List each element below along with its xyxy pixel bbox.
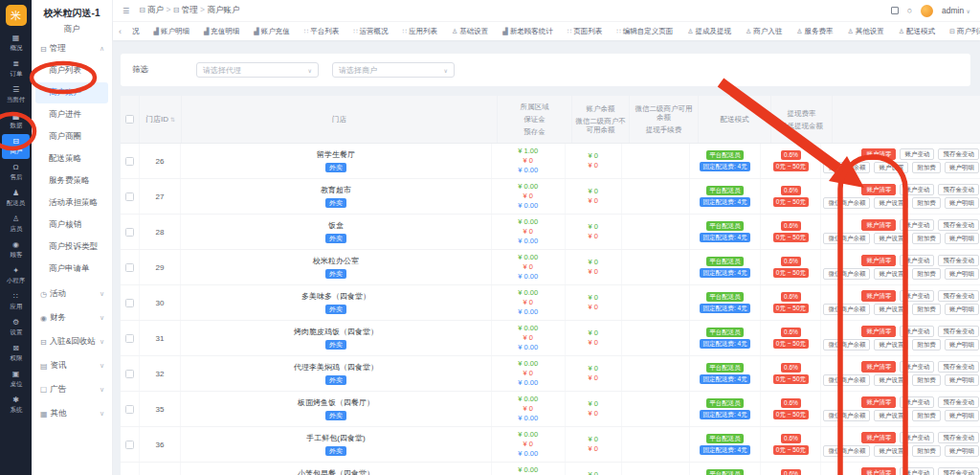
action-button-账户明细[interactable]: 账户明细: [945, 162, 979, 173]
tab-14[interactable]: ♙其他设置: [844, 25, 888, 38]
tab-10[interactable]: ∷编辑自定义页面: [612, 25, 677, 38]
row-checkbox[interactable]: [125, 405, 134, 414]
action-button-账户变动[interactable]: 账户变动: [900, 396, 934, 408]
rail-item-facepay[interactable]: ☰当面付: [2, 82, 30, 107]
row-checkbox[interactable]: [125, 192, 134, 201]
action-button-账户变动[interactable]: 账户变动: [900, 432, 934, 443]
sidebar-section-manage[interactable]: ⊟ 管理 ∧: [32, 35, 112, 59]
action-button-账户变动[interactable]: 账户变动: [900, 184, 934, 195]
row-checkbox[interactable]: [125, 370, 134, 378]
action-button-账户变动[interactable]: 账户变动: [900, 148, 934, 160]
action-button-账户清零[interactable]: 账户清零: [861, 255, 896, 266]
tab-scroll-left-icon[interactable]: ‹: [119, 27, 122, 36]
action-button-附加费[interactable]: 附加费: [912, 410, 941, 421]
action-button-账户设置[interactable]: 账户设置: [874, 268, 908, 280]
row-checkbox[interactable]: [125, 334, 134, 343]
rail-item-aftersale[interactable]: Ω售后: [2, 160, 30, 185]
action-button-账户清零[interactable]: 账户清零: [861, 184, 896, 195]
action-button-微信商户余额[interactable]: 微信商户余额: [823, 339, 870, 351]
sidebar-item-1[interactable]: 商户账户: [35, 82, 108, 103]
tab-7[interactable]: ♙基础设置: [448, 25, 492, 38]
sidebar-item-6[interactable]: 活动承担策略: [35, 192, 108, 214]
sidebar-section-other[interactable]: ▦其他∨: [32, 400, 112, 424]
tab-13[interactable]: ♙服务费率: [792, 25, 836, 38]
action-button-账户设置[interactable]: 账户设置: [874, 233, 908, 244]
sidebar-item-4[interactable]: 配送策略: [35, 148, 108, 170]
action-button-预存金变动[interactable]: 预存金变动: [938, 184, 979, 195]
sidebar-collapse-icon[interactable]: ☰: [122, 7, 129, 15]
rail-item-permission[interactable]: ⊠权限: [2, 341, 30, 366]
sidebar-item-5[interactable]: 服务费策略: [35, 170, 108, 192]
action-button-账户清零[interactable]: 账户清零: [861, 219, 896, 231]
rail-item-settings[interactable]: ⚙设置: [2, 315, 30, 340]
rail-item-customer[interactable]: ◉顾客: [2, 238, 30, 262]
app-logo[interactable]: 米: [6, 5, 27, 26]
row-checkbox[interactable]: [125, 441, 134, 449]
tab-8[interactable]: ▟新老顾客统计: [499, 25, 556, 38]
agent-select[interactable]: 请选择代理 ∨: [196, 62, 319, 78]
refresh-icon[interactable]: ○: [907, 7, 912, 14]
action-button-微信商户余额[interactable]: 微信商户余额: [823, 374, 870, 386]
action-button-预存金变动[interactable]: 预存金变动: [938, 396, 979, 408]
row-checkbox[interactable]: [125, 157, 134, 166]
action-button-账户明细[interactable]: 账户明细: [945, 339, 979, 351]
action-button-账户明细[interactable]: 账户明细: [945, 268, 979, 280]
action-button-账户明细[interactable]: 账户明细: [945, 304, 979, 315]
action-button-账户变动[interactable]: 账户变动: [900, 467, 934, 475]
action-button-预存金变动[interactable]: 预存金变动: [938, 219, 979, 231]
action-button-微信商户余额[interactable]: 微信商户余额: [823, 162, 870, 173]
action-button-账户变动[interactable]: 账户变动: [900, 290, 934, 302]
action-button-附加费[interactable]: 附加费: [912, 268, 941, 280]
tab-1[interactable]: ▟账户明细: [150, 25, 193, 38]
tab-9[interactable]: ∷页面列表: [564, 25, 606, 38]
rail-item-merchant[interactable]: ⊟商户: [2, 134, 30, 159]
action-button-预存金变动[interactable]: 预存金变动: [938, 255, 979, 266]
action-button-预存金变动[interactable]: 预存金变动: [938, 148, 979, 160]
sidebar-section-finance[interactable]: ◉财务∨: [32, 305, 112, 328]
rail-item-apps[interactable]: ∷应用: [2, 289, 30, 314]
tab-0[interactable]: 况: [128, 25, 144, 38]
action-button-附加费[interactable]: 附加费: [912, 233, 941, 244]
sidebar-section-activity[interactable]: ◷活动∨: [32, 281, 112, 305]
action-button-微信商户余额[interactable]: 微信商户余额: [823, 233, 870, 244]
breadcrumb-item-2[interactable]: 商户账户: [207, 5, 239, 14]
action-button-账户清零[interactable]: 账户清零: [861, 432, 896, 443]
sidebar-item-9[interactable]: 商户申请单: [35, 259, 108, 280]
action-button-账户明细[interactable]: 账户明细: [945, 410, 979, 421]
action-button-账户清零[interactable]: 账户清零: [861, 467, 896, 475]
action-button-账户清零[interactable]: 账户清零: [861, 361, 896, 373]
action-button-微信商户余额[interactable]: 微信商户余额: [823, 304, 870, 315]
action-button-附加费[interactable]: 附加费: [912, 197, 941, 209]
action-button-账户明细[interactable]: 账户明细: [945, 374, 979, 386]
action-button-附加费[interactable]: 附加费: [912, 162, 941, 173]
action-button-微信商户余额[interactable]: 微信商户余额: [823, 410, 870, 421]
tab-6[interactable]: ∷应用列表: [399, 25, 441, 38]
rail-item-data[interactable]: ▅数据: [2, 108, 30, 133]
rail-item-dashboard[interactable]: ▦概况: [2, 31, 30, 56]
action-button-账户明细[interactable]: 账户明细: [945, 233, 979, 244]
sidebar-section-ads[interactable]: ☐广告∨: [32, 376, 112, 400]
avatar[interactable]: [921, 5, 933, 17]
rail-item-clerk[interactable]: ♙店员: [2, 212, 30, 237]
row-checkbox[interactable]: [125, 263, 134, 272]
sidebar-section-news[interactable]: ▤资讯∨: [32, 352, 112, 376]
action-button-账户设置[interactable]: 账户设置: [874, 197, 908, 209]
tab-15[interactable]: ♙配送模式: [895, 25, 939, 38]
tab-11[interactable]: ♙提成及提现: [683, 25, 735, 38]
rail-item-seat[interactable]: ▣桌位: [2, 367, 30, 392]
sidebar-item-8[interactable]: 商户投诉类型: [35, 237, 108, 258]
action-button-账户清零[interactable]: 账户清零: [861, 396, 896, 408]
breadcrumb-item-1[interactable]: 管理: [182, 5, 198, 14]
row-checkbox[interactable]: [125, 228, 134, 237]
action-button-账户设置[interactable]: 账户设置: [874, 410, 908, 421]
action-button-预存金变动[interactable]: 预存金变动: [938, 467, 979, 475]
tab-16[interactable]: ⊟商户列表: [946, 25, 980, 38]
action-button-账户变动[interactable]: 账户变动: [900, 219, 934, 231]
select-all-checkbox[interactable]: [125, 115, 134, 124]
action-button-附加费[interactable]: 附加费: [912, 304, 941, 315]
action-button-账户明细[interactable]: 账户明细: [945, 197, 979, 209]
row-checkbox[interactable]: [125, 299, 134, 307]
sidebar-item-2[interactable]: 商户进件: [35, 104, 108, 125]
action-button-附加费[interactable]: 附加费: [912, 339, 941, 351]
action-button-账户变动[interactable]: 账户变动: [900, 255, 934, 266]
